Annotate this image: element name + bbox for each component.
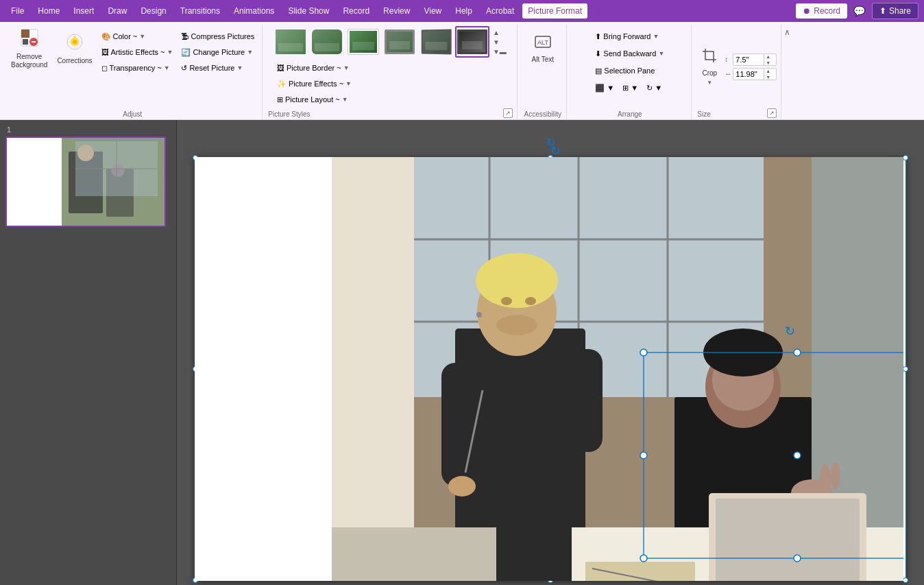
menu-review[interactable]: Review	[378, 3, 415, 19]
width-spinner: ▲ ▼	[764, 68, 772, 80]
picture-effects-button[interactable]: ✨ Picture Effects ~ ▼	[273, 76, 355, 91]
color-button[interactable]: 🎨 Color ~ ▼	[98, 29, 177, 44]
svg-point-37	[476, 253, 558, 308]
remove-bg-icon	[20, 28, 39, 52]
color-caret: ▼	[139, 33, 145, 40]
height-input-wrap: ▲ ▼	[733, 53, 777, 66]
menu-insert[interactable]: Insert	[68, 3, 99, 19]
group-button[interactable]: ⊞ ▼	[619, 80, 642, 95]
menu-acrobat[interactable]: Acrobat	[481, 3, 520, 19]
change-picture-button[interactable]: 🔄 Change Picture ▼	[178, 45, 258, 60]
main-layout: 1	[0, 120, 924, 585]
ribbon-collapse: ∧	[783, 25, 792, 119]
menu-picture-format[interactable]: Picture Format	[522, 3, 587, 19]
slide-thumbnail-1[interactable]	[5, 136, 166, 227]
artistic-icon: 🖼	[101, 48, 109, 56]
style-1-button[interactable]	[273, 26, 308, 58]
align-button[interactable]: ⬛ ▼	[592, 80, 618, 95]
picture-layout-button[interactable]: ⊞ Picture Layout ~ ▼	[273, 92, 355, 107]
top-rotate-handle[interactable]: ↻	[550, 143, 561, 158]
transparency-button[interactable]: ◻ Transparency ~ ▼	[98, 60, 177, 75]
border-caret: ▼	[343, 64, 350, 71]
bring-forward-button[interactable]: ⬆ Bring Forward ▼	[592, 29, 662, 44]
ribbon-group-picture-styles: ▲ ▼ ▼▬ 🖼 Picture Border ~ ▼ ✨ Picture Ef…	[264, 25, 518, 119]
gallery-scroll: ▲ ▼ ▼▬	[491, 28, 508, 56]
picture-styles-label: Picture Styles	[268, 109, 310, 118]
send-backward-button[interactable]: ⬇ Send Backward ▼	[592, 46, 668, 61]
height-down[interactable]: ▼	[764, 60, 772, 66]
height-input[interactable]	[733, 56, 764, 64]
menu-record[interactable]: Record	[337, 3, 375, 19]
picture-border-label: Picture Border ~	[287, 64, 341, 72]
gallery-expand[interactable]: ▼▬	[491, 47, 508, 56]
align-icon: ⬛	[595, 84, 605, 93]
menu-bar: File Home Insert Draw Design Transitions…	[5, 3, 796, 19]
svg-point-60	[794, 349, 801, 356]
record-label: Record	[814, 6, 840, 16]
selection-pane-icon: ▤	[595, 67, 602, 75]
menu-animations[interactable]: Animations	[228, 3, 280, 19]
style-3-button[interactable]	[346, 26, 380, 58]
svg-point-66	[794, 555, 801, 562]
remove-background-button[interactable]: Remove Background	[7, 26, 51, 71]
image-container[interactable]: ↻	[195, 157, 906, 581]
svg-rect-30	[332, 157, 414, 581]
width-input[interactable]	[733, 70, 764, 78]
menu-view[interactable]: View	[418, 3, 447, 19]
crop-button[interactable]: Crop ▼	[697, 44, 722, 89]
handle-tr[interactable]	[903, 155, 908, 160]
menu-help[interactable]: Help	[450, 3, 478, 19]
rotate-handle[interactable]: ↻	[545, 137, 556, 148]
width-icon: ↔	[725, 70, 731, 77]
handle-mr[interactable]	[903, 366, 908, 372]
width-up[interactable]: ▲	[764, 68, 772, 74]
svg-point-39	[525, 297, 536, 305]
handle-br[interactable]	[903, 577, 908, 583]
crop-icon	[701, 47, 718, 68]
artistic-effects-button[interactable]: 🖼 Artistic Effects ~ ▼	[98, 45, 177, 60]
compress-button[interactable]: 🗜 Compress Pictures	[178, 29, 258, 44]
svg-point-40	[496, 315, 537, 335]
size-expand[interactable]: ↗	[767, 108, 777, 118]
height-row: ↕ ▲ ▼	[725, 53, 777, 66]
picture-border-button[interactable]: 🖼 Picture Border ~ ▼	[273, 60, 355, 75]
menu-draw[interactable]: Draw	[102, 3, 132, 19]
menu-design[interactable]: Design	[135, 3, 171, 19]
record-button[interactable]: ⏺ Record	[796, 3, 847, 19]
corrections-button[interactable]: Corrections	[53, 26, 96, 71]
border-icon: 🖼	[277, 64, 284, 72]
svg-rect-57	[332, 527, 496, 581]
gallery-scroll-up[interactable]: ▲	[491, 28, 508, 37]
bring-caret: ▼	[653, 33, 659, 40]
menu-transitions[interactable]: Transitions	[175, 3, 226, 19]
remove-bg-label: Remove Background	[11, 53, 47, 69]
style-5-button[interactable]	[419, 26, 453, 58]
width-input-wrap: ▲ ▼	[733, 68, 777, 80]
group-icon: ⊞	[622, 84, 629, 93]
comments-icon[interactable]: 💬	[851, 3, 868, 19]
compress-icon: 🗜	[181, 32, 189, 40]
height-up[interactable]: ▲	[764, 53, 772, 60]
menu-slideshow[interactable]: Slide Show	[282, 3, 335, 19]
share-button[interactable]: ⬆ Share	[872, 3, 919, 19]
ribbon-collapse-btn[interactable]: ∧	[784, 27, 790, 37]
menu-file[interactable]: File	[5, 3, 29, 19]
style-4-button[interactable]	[382, 26, 417, 58]
send-backward-icon: ⬇	[595, 49, 601, 58]
alt-text-button[interactable]: ALT Alt Text	[528, 26, 559, 71]
selection-pane-button[interactable]: ▤ Selection Pane	[592, 63, 658, 78]
title-bar: File Home Insert Draw Design Transitions…	[0, 0, 924, 22]
width-down[interactable]: ▼	[764, 74, 772, 80]
rotate-button[interactable]: ↻ ▼	[643, 80, 666, 95]
gallery-scroll-down[interactable]: ▼	[491, 38, 508, 47]
svg-point-7	[73, 40, 77, 44]
style-6-button[interactable]	[455, 26, 489, 58]
svg-rect-2	[23, 39, 28, 45]
picture-styles-expand[interactable]: ↗	[503, 108, 513, 118]
style-2-button[interactable]	[310, 26, 344, 58]
change-icon: 🔄	[181, 48, 191, 57]
reset-picture-button[interactable]: ↺ Reset Picture ▼	[178, 60, 258, 75]
ribbon-group-arrange: ⬆ Bring Forward ▼ ⬇ Send Backward ▼ ▤	[568, 25, 692, 119]
corrections-icon	[65, 32, 84, 56]
menu-home[interactable]: Home	[32, 3, 65, 19]
